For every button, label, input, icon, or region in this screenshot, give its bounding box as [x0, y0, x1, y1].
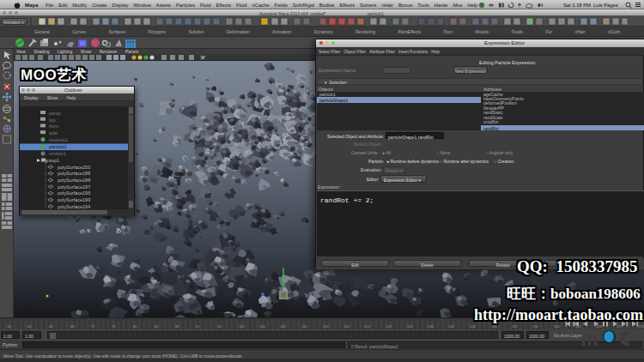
svg-text:132: 132 — [407, 324, 413, 329]
svg-text:120: 120 — [343, 324, 349, 329]
svg-text:64: 64 — [49, 324, 53, 329]
svg-text:76: 76 — [112, 324, 116, 329]
svg-text:136: 136 — [428, 324, 434, 329]
svg-text:116: 116 — [323, 324, 329, 329]
svg-text:polySurface200: polySurface200 — [58, 165, 90, 170]
svg-text:112: 112 — [301, 324, 307, 329]
svg-text:72: 72 — [91, 324, 95, 329]
svg-text:100: 100 — [239, 324, 245, 329]
svg-text:96: 96 — [217, 324, 222, 329]
svg-text:emitter1: emitter1 — [49, 151, 66, 156]
svg-text:polySurface194: polySurface194 — [58, 204, 90, 209]
svg-text:80: 80 — [133, 324, 137, 329]
svg-text:60: 60 — [27, 324, 32, 329]
svg-text:particle1: particle1 — [49, 144, 67, 149]
svg-text:124: 124 — [364, 324, 370, 329]
svg-text:104: 104 — [259, 324, 265, 329]
svg-text:polySurface199: polySurface199 — [58, 197, 90, 202]
svg-text:polySurface188: polySurface188 — [58, 178, 90, 183]
svg-text:56: 56 — [7, 324, 11, 329]
svg-text:group1: group1 — [45, 158, 59, 163]
svg-text:144: 144 — [470, 324, 476, 329]
svg-text:side: side — [49, 130, 58, 136]
svg-text:128: 128 — [386, 324, 392, 329]
svg-text:156: 156 — [532, 324, 538, 329]
svg-text:88: 88 — [175, 324, 179, 329]
svg-text:polySurface197: polySurface197 — [58, 184, 90, 190]
svg-text:persp: persp — [49, 111, 61, 116]
svg-text:nucleus1: nucleus1 — [49, 137, 68, 142]
svg-text:152: 152 — [512, 324, 518, 329]
svg-text:160: 160 — [554, 324, 560, 329]
svg-text:84: 84 — [155, 324, 159, 329]
svg-text:front: front — [49, 124, 58, 129]
svg-text:108: 108 — [280, 324, 286, 329]
svg-text:148: 148 — [491, 324, 497, 329]
svg-text:92: 92 — [196, 324, 200, 329]
svg-text:top: top — [49, 118, 56, 123]
svg-text:140: 140 — [448, 324, 454, 329]
svg-text:polySurface188: polySurface188 — [58, 171, 90, 176]
svg-text:68: 68 — [70, 324, 75, 329]
svg-text:polySurface195: polySurface195 — [58, 190, 90, 196]
